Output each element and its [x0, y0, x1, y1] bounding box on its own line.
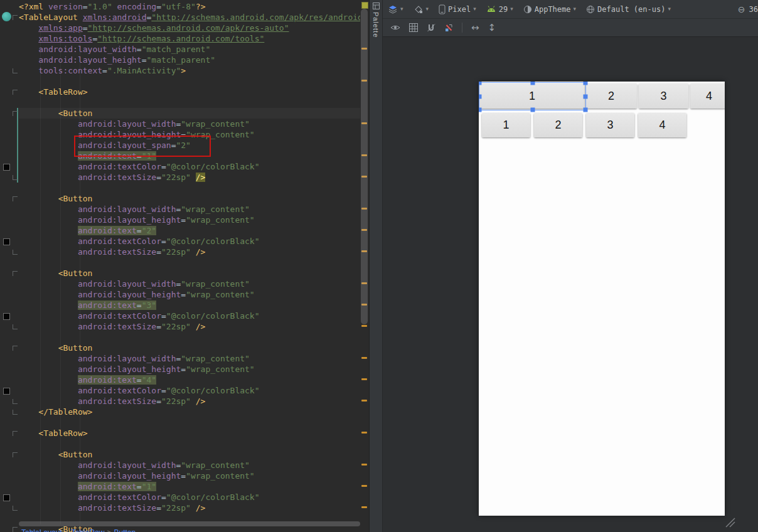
vertical-scrollbar-thumb[interactable] [361, 9, 368, 324]
canvas-button-2[interactable]: 2 [534, 113, 582, 137]
code-line [19, 417, 360, 428]
code-line: android:textSize="22sp" /> [19, 247, 360, 257]
grid-icon [409, 23, 418, 32]
code-line: <?xml version="1.0" encoding="utf-8"?> [19, 1, 360, 12]
pan-vertical-icon[interactable]: ↕ [488, 22, 496, 33]
code-line: android:textColor="@color/colorBlack" [19, 492, 360, 503]
selection-handle[interactable] [584, 82, 588, 85]
fold-marker-open[interactable] [13, 111, 18, 116]
fold-marker-close[interactable] [13, 250, 18, 255]
stripe-mark[interactable] [361, 378, 367, 380]
pan-horizontal-icon[interactable]: ↔ [471, 22, 479, 33]
stripe-mark[interactable] [361, 506, 367, 508]
orientation-selector[interactable]: ▾ [414, 4, 429, 14]
selection-handle[interactable] [584, 108, 588, 112]
density-grid-button[interactable] [409, 23, 418, 32]
resize-handle-icon[interactable] [725, 518, 736, 528]
fold-marker-open[interactable] [13, 90, 18, 95]
fold-marker-close[interactable] [13, 68, 18, 73]
locale-selector[interactable]: Default (en-us) ▾ [586, 5, 671, 14]
canvas-button-2[interactable]: 2 [585, 83, 637, 109]
design-surface-selector[interactable]: ▾ [388, 4, 403, 14]
device-label: Pixel [448, 5, 471, 14]
color-swatch-black[interactable] [3, 313, 10, 320]
fold-marker-close[interactable] [13, 175, 18, 180]
horizontal-scrollbar-thumb[interactable] [19, 521, 360, 526]
canvas-button-1[interactable]: 1 [482, 113, 530, 137]
gutter-icon[interactable] [2, 12, 11, 21]
selection-handle[interactable] [479, 82, 482, 85]
layers-icon [388, 4, 398, 14]
selection-overlay [479, 82, 586, 110]
device-selector[interactable]: Pixel ▾ [439, 4, 476, 14]
selection-handle[interactable] [479, 94, 482, 98]
clear-constraints-button[interactable] [444, 23, 453, 32]
magnet-off-icon [427, 23, 435, 32]
palette-tool-strip[interactable]: Palette [369, 0, 383, 532]
stripe-mark[interactable] [361, 485, 367, 487]
stripe-mark[interactable] [361, 432, 367, 434]
xml-editor-pane[interactable]: <?xml version="1.0" encoding="utf-8"?><T… [0, 0, 369, 532]
code-line: <TableRow> [19, 87, 360, 97]
design-toolbar-row2: ↔ ↕ [383, 19, 758, 37]
theme-selector[interactable]: AppTheme ▾ [523, 5, 576, 14]
error-stripe[interactable] [360, 0, 369, 532]
canvas-button-3[interactable]: 3 [586, 113, 634, 137]
stripe-mark[interactable] [361, 357, 367, 359]
color-swatch-black[interactable] [3, 164, 10, 171]
clear-constraints-icon [444, 23, 453, 32]
view-options-button[interactable] [390, 24, 400, 31]
breadcrumb-item[interactable]: TableLayout [21, 528, 62, 532]
fold-marker-open[interactable] [13, 196, 18, 201]
fold-marker-close[interactable] [13, 399, 18, 404]
color-swatch-black[interactable] [3, 388, 10, 395]
code-line: android:textSize="22sp" /> [19, 172, 360, 183]
breadcrumb-separator: > [107, 528, 111, 532]
fold-marker-open[interactable] [13, 452, 18, 457]
selection-handle[interactable] [530, 108, 535, 112]
code-line: android:layout_height="wrap_content" [19, 471, 360, 481]
fold-marker-open[interactable] [13, 271, 18, 276]
stripe-mark[interactable] [361, 464, 367, 466]
inspection-indicator[interactable] [361, 2, 368, 9]
selection-handle[interactable] [530, 82, 535, 85]
code-line: android:textColor="@color/colorBlack" [19, 161, 360, 172]
code-area[interactable]: <?xml version="1.0" encoding="utf-8"?><T… [19, 1, 360, 532]
chevron-down-icon: ▾ [510, 6, 513, 12]
stripe-mark[interactable] [361, 325, 367, 327]
breadcrumbs[interactable]: TableLayout>TableRow>Button [21, 528, 138, 532]
horizontal-scrollbar[interactable] [19, 521, 360, 526]
code-line: android:text="2" [19, 225, 360, 236]
fold-marker-open[interactable] [13, 431, 18, 436]
fold-marker-open[interactable] [13, 15, 18, 20]
color-swatch-black[interactable] [3, 238, 10, 245]
fold-marker-close[interactable] [13, 506, 18, 511]
color-swatch-black[interactable] [3, 494, 10, 501]
api-level-selector[interactable]: 29 ▾ [486, 5, 513, 14]
stripe-mark[interactable] [361, 400, 367, 402]
selection-handle[interactable] [584, 94, 588, 98]
breadcrumb-separator: > [65, 528, 69, 532]
palette-label[interactable]: Palette [372, 12, 380, 38]
code-line: android:layout_height="wrap_content" [19, 215, 360, 225]
fold-marker-open[interactable] [13, 346, 18, 351]
breadcrumb-item[interactable]: TableRow [72, 528, 105, 532]
device-canvas[interactable]: 12341234 [479, 82, 725, 516]
fold-marker-open[interactable] [13, 527, 18, 532]
design-scene[interactable]: 12341234 [383, 37, 758, 532]
code-line [19, 332, 360, 343]
code-line: android:textSize="22sp" /> [19, 321, 360, 332]
zoom-out-icon[interactable]: ⊖ [738, 4, 745, 14]
eye-icon [390, 24, 400, 31]
autoconnect-off-button[interactable] [427, 23, 435, 32]
canvas-button-4[interactable]: 4 [638, 113, 686, 137]
canvas-button-4[interactable]: 4 [690, 83, 725, 109]
android-icon [486, 5, 496, 13]
fold-marker-close[interactable] [13, 324, 18, 329]
fold-marker-close[interactable] [13, 410, 18, 415]
theme-label: AppTheme [535, 5, 571, 14]
canvas-button-3[interactable]: 3 [639, 83, 688, 109]
breadcrumb-item[interactable]: Button [114, 528, 136, 532]
code-line: android:textColor="@color/colorBlack" [19, 311, 360, 321]
selection-handle[interactable] [479, 108, 482, 112]
